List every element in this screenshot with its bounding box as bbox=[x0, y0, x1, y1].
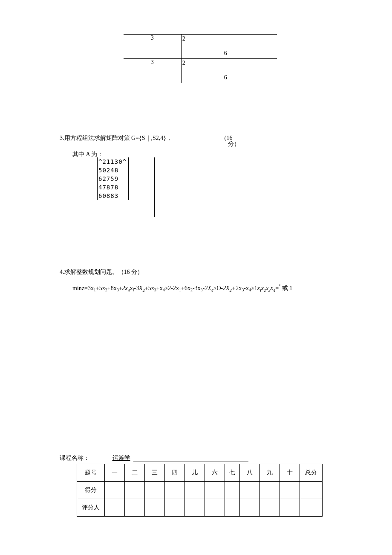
formula-text: 或 1 bbox=[280, 285, 292, 291]
score-cell bbox=[165, 482, 185, 499]
formula-italic: 2x4 bbox=[122, 285, 130, 291]
col-header: 八 bbox=[240, 464, 260, 482]
formula-italic: xlx2x3x4 bbox=[257, 285, 276, 291]
course-line: 课程名称： 运筹学 bbox=[60, 454, 332, 462]
course-name: 运筹学 bbox=[112, 454, 130, 462]
matrix-wrap: 其中 A 为： ^21130^ 50248 62759 47878 60883 bbox=[72, 151, 332, 217]
score-cell bbox=[185, 499, 205, 517]
col-header: 一 bbox=[105, 464, 125, 482]
matrix-row: ^21130^ bbox=[98, 157, 127, 166]
formula-text: -3x bbox=[193, 285, 201, 291]
score-cell bbox=[260, 482, 280, 499]
score-cell bbox=[280, 499, 300, 517]
cell-right-1: 2 6 bbox=[181, 35, 277, 59]
formula-text: ≥1 bbox=[251, 285, 257, 291]
formula-italic: 2X2+ bbox=[223, 285, 236, 291]
score-cell bbox=[145, 482, 165, 499]
cell-value: 2 bbox=[182, 35, 185, 42]
score-table: 题号 一 二 三 四 儿 六 七 八 九 十 总分 得分 bbox=[77, 464, 323, 517]
matrix-row: 50248 bbox=[98, 166, 127, 174]
score-cell bbox=[125, 499, 145, 517]
formula-text: minz=3x bbox=[72, 285, 94, 291]
q3-points-sub: 分） bbox=[228, 140, 332, 148]
score-cell bbox=[105, 499, 125, 517]
formula-text: +5x bbox=[145, 285, 154, 291]
matrix-row: 60883 bbox=[98, 192, 127, 200]
formula-text: ≥O- bbox=[213, 285, 223, 291]
score-cell bbox=[165, 499, 185, 517]
row-label: 题号 bbox=[77, 464, 105, 482]
cell-value: 6 bbox=[224, 50, 227, 57]
col-header: 三 bbox=[145, 464, 165, 482]
question-4-heading: 4.求解整数规划问题。（16 分） bbox=[60, 268, 332, 276]
cell-value: 3 bbox=[151, 59, 154, 65]
q4-formula: minz=3x1+5x2+8x3+2x4xl-3X2+5x3+x4≥2-2x1+… bbox=[72, 284, 332, 292]
col-header: 十 bbox=[280, 464, 300, 482]
row-label: 得分 bbox=[77, 482, 105, 499]
score-cell bbox=[125, 482, 145, 499]
score-cell bbox=[105, 482, 125, 499]
formula-italic: 2X4 bbox=[205, 285, 213, 291]
formula-text: -x bbox=[244, 285, 249, 291]
course-label: 课程名称： bbox=[60, 454, 89, 462]
cell-right-2: 2 6 bbox=[181, 59, 277, 83]
score-cell bbox=[300, 482, 323, 499]
score-cell bbox=[205, 482, 225, 499]
cell-left-1: 3 bbox=[124, 35, 181, 59]
score-cell bbox=[225, 499, 240, 517]
table-row: 3 2 6 bbox=[124, 59, 277, 83]
table-row: 题号 一 二 三 四 儿 六 七 八 九 十 总分 bbox=[77, 464, 323, 482]
col-header: 四 bbox=[165, 464, 185, 482]
matrix-row: 47878 bbox=[98, 183, 127, 192]
matrix-row: 62759 bbox=[98, 174, 127, 183]
formula-text: +6x bbox=[181, 285, 190, 291]
formula-text: ≥2-2x bbox=[165, 285, 179, 291]
course-underline bbox=[133, 456, 248, 462]
cell-value: 6 bbox=[224, 74, 227, 81]
score-cell bbox=[225, 482, 240, 499]
score-cell bbox=[260, 499, 280, 517]
formula-text: x bbox=[130, 285, 133, 291]
q3-heading: 3.用方程组法求解矩阵对策 G={S｜,S2,4}， bbox=[60, 135, 172, 141]
formula-text: + bbox=[119, 285, 122, 291]
cell-value: 3 bbox=[151, 35, 154, 41]
cell-value: 2 bbox=[182, 60, 185, 67]
score-cell bbox=[280, 482, 300, 499]
table-row: 3 2 6 bbox=[124, 35, 277, 59]
formula-text: +x bbox=[156, 285, 163, 291]
formula-text: +8x bbox=[107, 285, 117, 291]
score-cell bbox=[240, 482, 260, 499]
score-cell bbox=[240, 499, 260, 517]
formula-text: 2x bbox=[236, 285, 242, 291]
score-cell bbox=[145, 499, 165, 517]
col-header: 总分 bbox=[300, 464, 323, 482]
col-header: 六 bbox=[205, 464, 225, 482]
col-header: 七 bbox=[225, 464, 240, 482]
table-row: 评分人 bbox=[77, 499, 323, 517]
top-data-table: 3 2 6 3 2 6 bbox=[124, 34, 277, 83]
formula-text: +5x bbox=[96, 285, 105, 291]
row-label: 评分人 bbox=[77, 499, 105, 517]
score-cell bbox=[300, 499, 323, 517]
table-row: 得分 bbox=[77, 482, 323, 499]
score-cell bbox=[185, 482, 205, 499]
col-header: 九 bbox=[260, 464, 280, 482]
score-cell bbox=[205, 499, 225, 517]
matrix-right-bar bbox=[154, 157, 155, 217]
formula-italic: 3X2 bbox=[136, 285, 145, 291]
col-header: 二 bbox=[125, 464, 145, 482]
matrix-a: ^21130^ 50248 62759 47878 60883 bbox=[97, 157, 129, 200]
cell-left-2: 3 bbox=[124, 59, 181, 83]
col-header: 儿 bbox=[185, 464, 205, 482]
